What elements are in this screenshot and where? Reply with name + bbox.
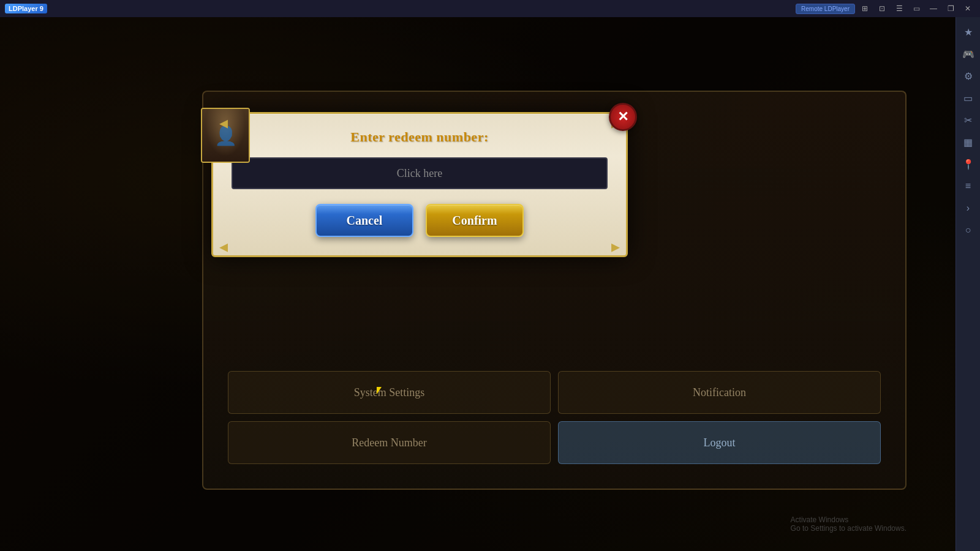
game-area: System Settings Notification Redeem Numb… (0, 17, 956, 551)
bg-system-settings-button[interactable]: System Settings (228, 371, 551, 414)
bg-notification-button[interactable]: Notification (558, 371, 881, 414)
sidebar-circle-icon[interactable]: ○ (959, 220, 978, 240)
titlebar-right: Remote LDPlayer ⊞ ⊡ ☰ ▭ — ❐ ✕ (796, 2, 975, 15)
close-button[interactable]: ✕ (960, 2, 975, 15)
sidebar-menu-icon[interactable]: ≡ (959, 176, 978, 196)
titlebar: LDPlayer 9 Remote LDPlayer ⊞ ⊡ ☰ ▭ — ❐ ✕ (0, 0, 980, 17)
corner-arrow-br: ▸ (611, 236, 620, 257)
sidebar-scissors-icon[interactable]: ✂ (959, 110, 978, 130)
app-logo: LDPlayer 9 (5, 4, 47, 13)
modal-close-button[interactable]: ✕ (609, 103, 637, 131)
redeem-modal: 👤 ◂ ▸ ◂ ▸ ✕ Enter redeem number: Cancel … (211, 112, 628, 257)
sidebar-arrow-icon[interactable]: › (959, 198, 978, 218)
titlebar-icon-btn-2[interactable]: ⊡ (875, 2, 889, 15)
titlebar-left: LDPlayer 9 (5, 4, 47, 13)
restore-button[interactable]: ❐ (943, 2, 958, 15)
modal-buttons: Cancel Confirm (232, 204, 608, 237)
sidebar-grid-icon[interactable]: ▦ (959, 132, 978, 152)
sidebar-star-icon[interactable]: ★ (959, 22, 978, 42)
titlebar-icon-btn-3[interactable]: ☰ (892, 2, 907, 15)
titlebar-icon-btn-4[interactable]: ▭ (909, 2, 924, 15)
cancel-button[interactable]: Cancel (315, 204, 413, 237)
sidebar-display-icon[interactable]: ▭ (959, 88, 978, 108)
corner-arrow-tl: ◂ (219, 113, 228, 133)
titlebar-icon-btn-1[interactable]: ⊞ (858, 2, 872, 15)
sidebar-settings-icon[interactable]: ⚙ (959, 66, 978, 86)
bg-redeem-number-button[interactable]: Redeem Number (228, 421, 551, 464)
modal-title: Enter redeem number: (232, 129, 608, 145)
corner-arrow-bl: ◂ (219, 236, 228, 257)
right-sidebar: ★ 🎮 ⚙ ▭ ✂ ▦ 📍 ≡ › ○ (956, 17, 980, 551)
redeem-input[interactable] (232, 157, 608, 189)
remote-ldplayer-button[interactable]: Remote LDPlayer (796, 4, 855, 14)
sidebar-gamepad-icon[interactable]: 🎮 (959, 44, 978, 64)
bg-button-grid: System Settings Notification Redeem Numb… (228, 371, 881, 464)
bg-logout-button[interactable]: Logout (558, 421, 881, 464)
minimize-button[interactable]: — (926, 2, 941, 15)
confirm-button[interactable]: Confirm (426, 204, 524, 237)
sidebar-location-icon[interactable]: 📍 (959, 154, 978, 174)
